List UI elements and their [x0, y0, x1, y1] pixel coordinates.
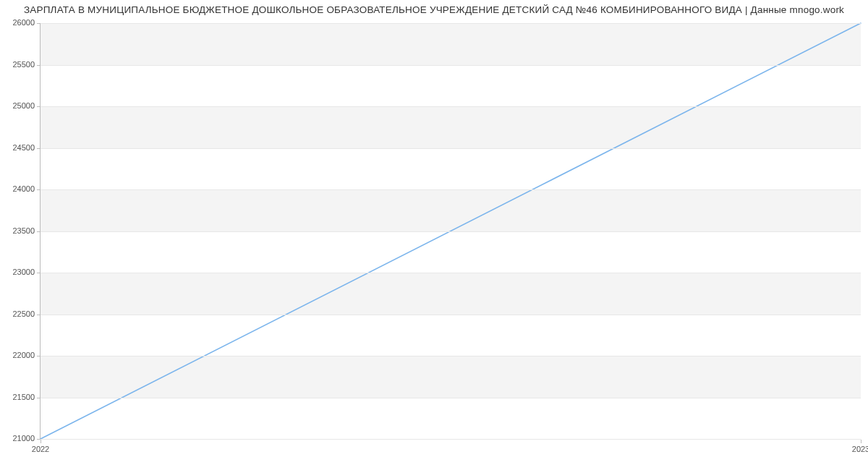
y-tick-label: 22500: [12, 309, 41, 318]
grid-line: [41, 398, 861, 398]
y-tick-label: 23500: [12, 226, 41, 235]
grid-line: [41, 106, 861, 107]
y-tick-label: 24000: [12, 184, 41, 193]
y-tick-label: 22000: [12, 351, 41, 359]
x-tick-label: 2023: [852, 445, 868, 453]
tick-mark: [41, 440, 41, 443]
y-tick-label: 25500: [12, 60, 41, 69]
y-tick-label: 21500: [12, 393, 41, 401]
y-tick-label: 26000: [12, 18, 41, 27]
grid-line: [41, 315, 861, 315]
grid-line: [41, 65, 861, 66]
chart-container: ЗАРПЛАТА В МУНИЦИПАЛЬНОЕ БЮДЖЕТНОЕ ДОШКО…: [0, 0, 868, 470]
x-tick-label: 2022: [32, 445, 49, 453]
grid-line: [41, 23, 861, 24]
grid-line: [41, 189, 861, 190]
grid-line: [41, 148, 861, 149]
tick-mark: [861, 440, 861, 443]
y-tick-label: 21000: [12, 434, 41, 443]
y-tick-label: 23000: [12, 268, 41, 276]
y-tick-label: 24500: [12, 143, 41, 152]
plot-area: 2100021500220002250023000235002400024500…: [40, 23, 861, 440]
grid-line: [41, 231, 861, 232]
y-tick-label: 25000: [12, 101, 41, 110]
grid-line: [41, 273, 861, 273]
chart-title: ЗАРПЛАТА В МУНИЦИПАЛЬНОЕ БЮДЖЕТНОЕ ДОШКО…: [0, 4, 868, 15]
grid-line: [41, 439, 861, 440]
grid-line: [41, 356, 861, 356]
